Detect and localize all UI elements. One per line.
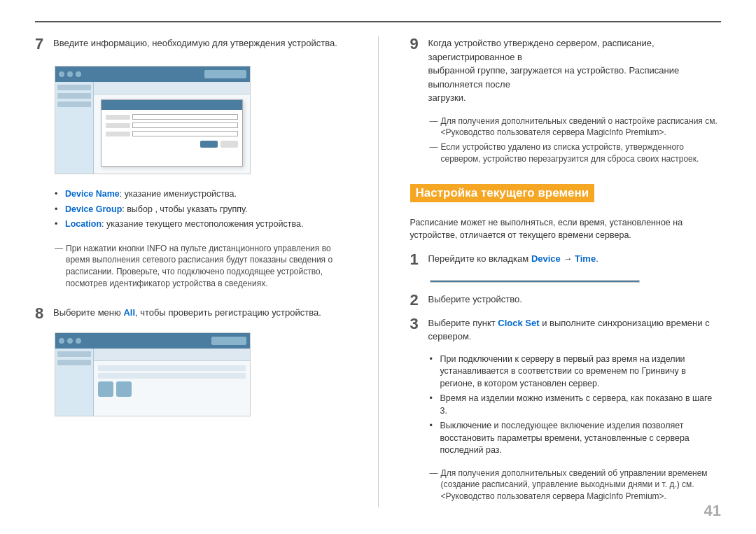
top-border bbox=[35, 21, 721, 22]
step-r3-text: Выберите пункт Clock Set и выполните син… bbox=[428, 316, 722, 344]
device-group-label: Device Group bbox=[65, 204, 122, 214]
screenshot7-content-header bbox=[94, 82, 250, 94]
icon1 bbox=[98, 381, 113, 397]
bullet-dot1: • bbox=[55, 188, 62, 201]
bottom-note-text: — Для получения дополнительных сведений … bbox=[430, 468, 722, 503]
bb-dot1: • bbox=[430, 353, 437, 391]
screenshot8-body bbox=[94, 361, 250, 401]
bottom-bullet3: • Выключение и последующее включение изд… bbox=[430, 420, 722, 457]
bullet-location: • Location: указание текущего местополож… bbox=[55, 218, 346, 231]
note-delete: — Если устройство удалено из списка устр… bbox=[430, 141, 722, 165]
column-divider bbox=[378, 36, 379, 507]
step3-pre: Выберите пункт bbox=[428, 318, 498, 328]
screenshot8-content-header bbox=[94, 349, 250, 361]
bb-text3: Выключение и последующее включение издел… bbox=[440, 420, 722, 457]
note-schedule-text: Для получения дополнительных сведений о … bbox=[441, 115, 722, 139]
sidebar-item2 bbox=[57, 93, 91, 99]
sidebar-item1 bbox=[57, 85, 91, 90]
bottom-bullet2: • Время на изделии можно изменить с серв… bbox=[430, 393, 722, 417]
form-input1 bbox=[132, 114, 238, 120]
bottom-note: — Для получения дополнительных сведений … bbox=[430, 468, 722, 505]
section-title-wrapper: Настройка текущего времени bbox=[410, 178, 722, 208]
form-buttons bbox=[106, 141, 238, 148]
form-row1 bbox=[106, 114, 238, 120]
step9-text: Когда устройство утверждено сервером, ра… bbox=[428, 36, 722, 105]
bullet-dot3: • bbox=[55, 218, 62, 231]
step-r1-number: 1 bbox=[410, 252, 423, 267]
all-link: All bbox=[123, 307, 135, 318]
toolbar-controls bbox=[204, 70, 246, 78]
bb-text1: При подключении к серверу в первый раз в… bbox=[440, 353, 722, 391]
toolbar8-controls bbox=[211, 337, 246, 345]
screenshot8-inner bbox=[55, 333, 250, 416]
step7-number: 7 bbox=[35, 36, 48, 52]
toolbar-dot2 bbox=[67, 71, 73, 77]
icon2 bbox=[116, 381, 132, 397]
modal-dialog bbox=[101, 99, 243, 167]
step8-number: 8 bbox=[35, 306, 48, 321]
modal-form bbox=[102, 110, 242, 152]
content-row2 bbox=[98, 373, 246, 379]
section-title: Настройка текущего времени bbox=[410, 184, 595, 202]
step-r1-text: Перейдите ко вкладкам Device → Time. bbox=[428, 252, 598, 266]
bb-dot2: • bbox=[430, 393, 437, 417]
step7-text: Введите информацию, необходимую для утве… bbox=[53, 36, 337, 50]
screenshot7-sidebar bbox=[55, 82, 94, 174]
note-dash1: — bbox=[55, 243, 62, 290]
screenshot-right-toolbar bbox=[430, 281, 639, 282]
columns-layout: 7 Введите информацию, необходимую для ут… bbox=[35, 36, 721, 507]
bottom-bullet1: • При подключении к серверу в первый раз… bbox=[430, 353, 722, 391]
note-dash-del: — bbox=[430, 141, 437, 165]
modal-titlebar bbox=[102, 100, 242, 110]
step9-text2: выбранной группе, загружается на устройс… bbox=[428, 65, 680, 90]
screenshot8-content bbox=[94, 349, 250, 416]
clock-set-link: Clock Set bbox=[498, 318, 539, 328]
content-icons bbox=[98, 381, 246, 397]
note-dash-sched: — bbox=[430, 115, 437, 139]
bullet-device-group: • Device Group: выбор , чтобы указать гр… bbox=[55, 204, 346, 216]
device-link: Device bbox=[531, 253, 561, 264]
screenshot8-toolbar bbox=[55, 333, 250, 349]
step8-text: Выберите меню All, чтобы проверить регис… bbox=[53, 306, 321, 320]
step-r3-number: 3 bbox=[410, 316, 423, 332]
screenshot7-inner bbox=[55, 66, 250, 174]
btn-ok bbox=[200, 141, 218, 148]
step7-bullets: • Device Name: указание имениустройства.… bbox=[55, 188, 346, 234]
left-column: 7 Введите информацию, необходимую для ут… bbox=[35, 36, 346, 507]
step9-text3: загрузки. bbox=[428, 92, 466, 103]
form-input2 bbox=[132, 122, 238, 128]
step9-text1: Когда устройство утверждено сервером, ра… bbox=[428, 38, 654, 62]
note-delete-text: Если устройство удалено из списка устрой… bbox=[441, 141, 722, 165]
sidebar8-item1 bbox=[57, 351, 91, 357]
step9-header: 9 Когда устройство утверждено сервером, … bbox=[410, 36, 722, 105]
bullet-device-name: • Device Name: указание имениустройства. bbox=[55, 188, 346, 201]
screenshot-step7 bbox=[55, 66, 251, 174]
screenshot-step8 bbox=[55, 332, 251, 416]
content-row1 bbox=[98, 365, 246, 371]
time-link: Time bbox=[575, 253, 596, 264]
page-number: 41 bbox=[704, 502, 721, 520]
bullet-dot2: • bbox=[55, 204, 62, 216]
page-container: 7 Введите информацию, необходимую для ут… bbox=[0, 0, 756, 534]
sidebar8-item2 bbox=[57, 360, 91, 365]
form-row3 bbox=[106, 131, 238, 136]
right-column: 9 Когда устройство утверждено сервером, … bbox=[410, 36, 722, 507]
step7-note: — При нажатии кнопки INFO на пульте дист… bbox=[55, 243, 346, 293]
step9-number: 9 bbox=[410, 36, 423, 52]
screenshot7-content bbox=[94, 82, 250, 174]
sidebar-item3 bbox=[57, 101, 91, 107]
form-label2 bbox=[106, 123, 130, 128]
step-r1-header: 1 Перейдите ко вкладкам Device → Time. bbox=[410, 252, 722, 267]
screenshot-right-inner: Clock Set bbox=[430, 281, 639, 281]
bullet-device-group-text: Device Group: выбор , чтобы указать груп… bbox=[65, 204, 248, 216]
location-label: Location bbox=[65, 219, 102, 229]
toolbar8-dot2 bbox=[67, 338, 73, 344]
note1-text: — При нажатии кнопки INFO на пульте дист… bbox=[55, 243, 346, 290]
step-r2-number: 2 bbox=[410, 293, 423, 308]
note-schedule: — Для получения дополнительных сведений … bbox=[430, 115, 722, 139]
screenshot7-toolbar bbox=[55, 66, 250, 82]
step-r2-text: Выберите устройство. bbox=[428, 293, 522, 307]
form-label3 bbox=[106, 132, 130, 136]
device-name-label: Device Name bbox=[65, 189, 120, 199]
step9-notes: — Для получения дополнительных сведений … bbox=[430, 115, 722, 168]
